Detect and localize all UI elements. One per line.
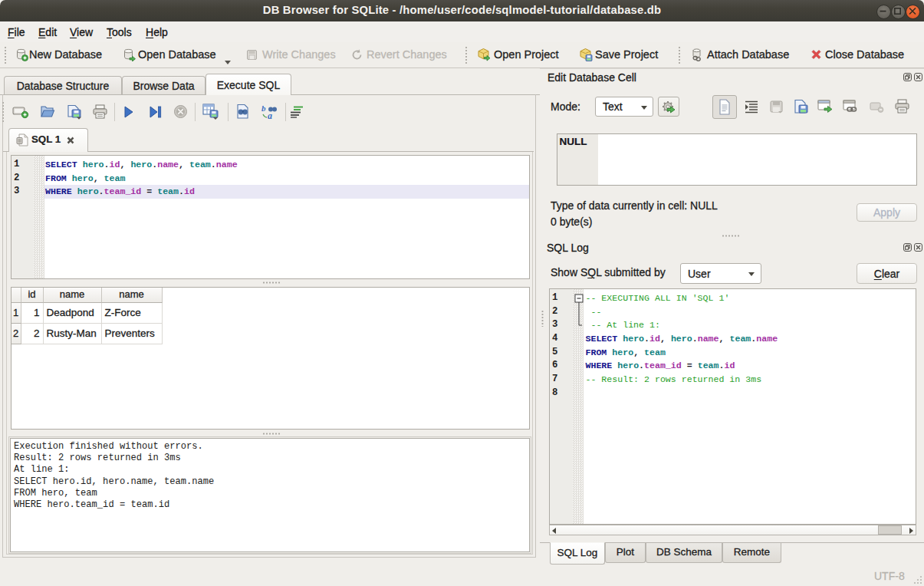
svg-text:b: b	[261, 104, 266, 113]
svg-text:a: a	[268, 110, 272, 120]
